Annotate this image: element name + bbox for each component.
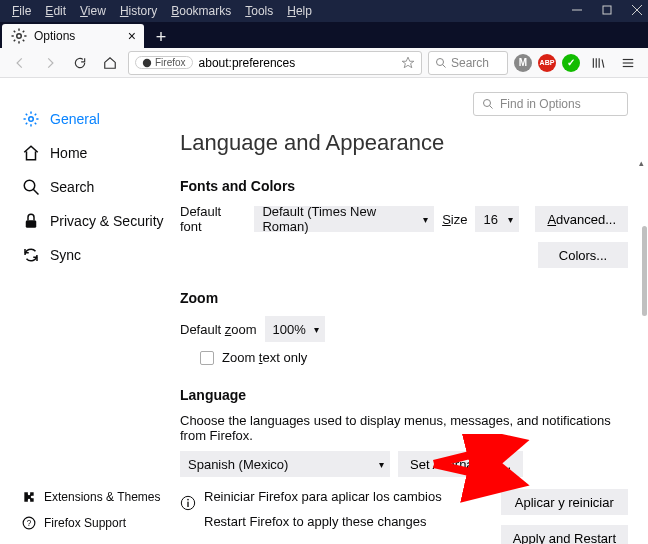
search-icon <box>22 178 40 196</box>
gear-icon <box>22 110 40 128</box>
font-size-select[interactable]: 16 <box>475 206 519 232</box>
sidebar-item-label: Firefox Support <box>44 516 126 530</box>
search-bar[interactable]: Search <box>428 51 508 75</box>
svg-point-12 <box>24 180 35 191</box>
sidebar-support[interactable]: ? Firefox Support <box>22 510 161 536</box>
bookmark-star-icon[interactable] <box>401 56 415 70</box>
url-bar[interactable]: Firefox <box>128 51 422 75</box>
find-in-options[interactable]: Find in Options <box>473 92 628 116</box>
language-section: Language Choose the languages used to di… <box>180 387 628 544</box>
sidebar-item-label: Extensions & Themes <box>44 490 161 504</box>
page-title: Language and Appearance <box>180 130 628 156</box>
colors-button[interactable]: Colors... <box>538 242 628 268</box>
apply-restart-es-button[interactable]: Aplicar y reiniciar <box>501 489 628 515</box>
home-icon <box>22 144 40 162</box>
menu-help[interactable]: Help <box>281 2 318 20</box>
sidebar-item-privacy[interactable]: Privacy & Security <box>22 204 166 238</box>
svg-point-4 <box>17 34 22 39</box>
sync-icon <box>22 246 40 264</box>
svg-line-7 <box>443 64 446 67</box>
content-area: ▴ General Home Search Privacy & Security… <box>0 78 648 544</box>
close-icon[interactable] <box>632 4 642 18</box>
help-icon: ? <box>22 516 36 530</box>
sidebar-item-label: Sync <box>50 247 81 263</box>
zoom-text-only-checkbox[interactable] <box>200 351 214 365</box>
new-tab-button[interactable]: + <box>148 26 174 48</box>
menu-file[interactable]: File <box>6 2 37 20</box>
info-icon <box>180 495 196 511</box>
restart-msg-es: Reiniciar Firefox para aplicar los cambi… <box>204 489 493 504</box>
minimize-icon[interactable] <box>572 4 582 18</box>
identity-badge[interactable]: Firefox <box>135 56 193 69</box>
sidebar-item-label: General <box>50 111 100 127</box>
search-icon <box>482 98 494 110</box>
lock-icon <box>22 212 40 230</box>
language-desc: Choose the languages used to display men… <box>180 413 628 443</box>
firefox-icon <box>142 58 152 68</box>
svg-point-11 <box>29 117 34 122</box>
zoom-text-only-label: Zoom text only <box>222 350 307 365</box>
search-icon <box>435 57 447 69</box>
tab-options[interactable]: Options × <box>2 24 144 48</box>
svg-rect-1 <box>603 6 611 14</box>
settings-sidebar: General Home Search Privacy & Security S… <box>0 78 166 544</box>
sidebar-extensions[interactable]: Extensions & Themes <box>22 484 161 510</box>
sidebar-item-home[interactable]: Home <box>22 136 166 170</box>
svg-line-13 <box>33 189 38 194</box>
fonts-heading: Fonts and Colors <box>180 178 628 194</box>
menu-edit[interactable]: Edit <box>39 2 72 20</box>
menu-tools[interactable]: Tools <box>239 2 279 20</box>
menu-bookmarks[interactable]: Bookmarks <box>165 2 237 20</box>
tab-strip: Options × + <box>0 22 648 48</box>
default-font-label: Default font <box>180 204 246 234</box>
svg-point-6 <box>437 58 444 65</box>
library-icon[interactable] <box>586 51 610 75</box>
account-icon[interactable]: M <box>514 54 532 72</box>
gear-icon <box>10 27 28 45</box>
settings-main: Find in Options Language and Appearance … <box>166 78 648 544</box>
green-check-icon[interactable]: ✓ <box>562 54 580 72</box>
puzzle-icon <box>22 490 36 504</box>
tab-close-icon[interactable]: × <box>128 29 136 43</box>
menu-view[interactable]: View <box>74 2 112 20</box>
fonts-section: Fonts and Colors Default font Default (T… <box>180 178 628 268</box>
zoom-section: Zoom Default zoom 100% Zoom text only <box>180 290 628 365</box>
set-alternatives-button[interactable]: Set Alternatives... <box>398 451 523 477</box>
svg-text:?: ? <box>27 519 32 528</box>
svg-point-20 <box>187 499 189 501</box>
abp-icon[interactable]: ABP <box>538 54 556 72</box>
home-button[interactable] <box>98 51 122 75</box>
svg-rect-14 <box>26 220 37 228</box>
default-font-select[interactable]: Default (Times New Roman) <box>254 206 434 232</box>
sidebar-item-general[interactable]: General <box>22 102 166 136</box>
forward-button[interactable] <box>38 51 62 75</box>
url-input[interactable] <box>199 56 395 70</box>
menu-history[interactable]: History <box>114 2 163 20</box>
sidebar-item-label: Privacy & Security <box>50 213 164 229</box>
sidebar-item-label: Search <box>50 179 94 195</box>
sidebar-item-sync[interactable]: Sync <box>22 238 166 272</box>
app-menu-icon[interactable] <box>616 51 640 75</box>
menu-bar: File Edit View History Bookmarks Tools H… <box>0 0 648 22</box>
zoom-heading: Zoom <box>180 290 628 306</box>
default-zoom-label: Default zoom <box>180 322 257 337</box>
sidebar-item-search[interactable]: Search <box>22 170 166 204</box>
language-heading: Language <box>180 387 628 403</box>
restart-msg-en: Restart Firefox to apply these changes <box>204 514 493 529</box>
svg-point-5 <box>143 58 151 66</box>
tab-label: Options <box>34 29 75 43</box>
sidebar-item-label: Home <box>50 145 87 161</box>
advanced-button[interactable]: Advanced... <box>535 206 628 232</box>
default-zoom-select[interactable]: 100% <box>265 316 325 342</box>
svg-line-18 <box>490 106 493 109</box>
apply-restart-en-button[interactable]: Apply and Restart <box>501 525 628 544</box>
back-button[interactable] <box>8 51 32 75</box>
reload-button[interactable] <box>68 51 92 75</box>
svg-point-17 <box>484 100 491 107</box>
nav-toolbar: Firefox Search M ABP ✓ <box>0 48 648 78</box>
size-label: Size <box>442 212 467 227</box>
maximize-icon[interactable] <box>602 4 612 18</box>
language-select[interactable]: Spanish (Mexico) <box>180 451 390 477</box>
svg-rect-21 <box>187 502 188 507</box>
